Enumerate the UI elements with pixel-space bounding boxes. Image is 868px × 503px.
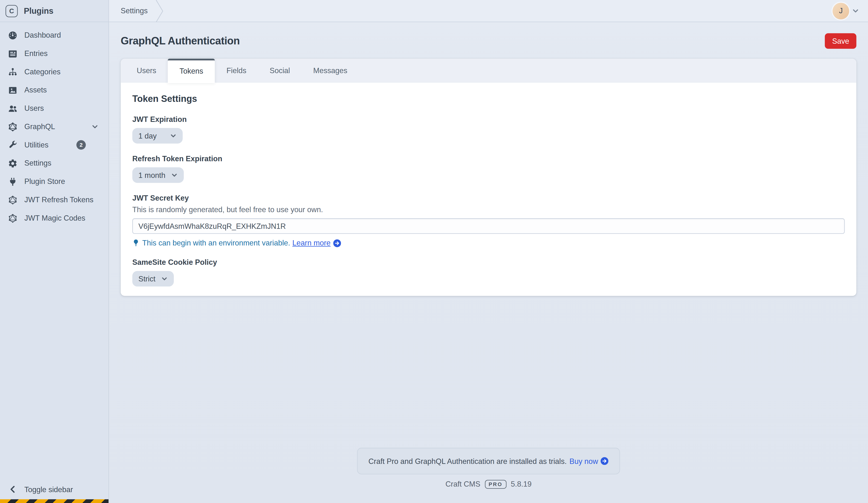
chevron-down-icon xyxy=(170,132,177,139)
footer-product[interactable]: Craft CMS xyxy=(445,480,480,488)
footer-version: 5.8.19 xyxy=(511,480,532,488)
account-menu[interactable]: J xyxy=(833,2,868,19)
field-jwt-expiration: JWT Expiration 1 day xyxy=(132,115,845,144)
save-button[interactable]: Save xyxy=(825,33,856,49)
samesite-value: Strict xyxy=(138,275,155,283)
field-label: Refresh Token Expiration xyxy=(132,155,845,163)
toggle-sidebar-button[interactable]: Toggle sidebar xyxy=(0,479,108,499)
field-samesite-cookie-policy: SameSite Cookie Policy Strict xyxy=(132,258,845,286)
sidebar-item-jwt-magic-codes[interactable]: JWT Magic Codes xyxy=(0,209,108,227)
trial-caution-stripe xyxy=(0,499,108,503)
field-jwt-secret-key: JWT Secret Key This is randomly generate… xyxy=(132,194,845,247)
field-instructions: This is randomly generated, but feel fre… xyxy=(132,205,845,214)
tip-text: This can begin with an environment varia… xyxy=(142,239,290,247)
settings-panel: Users Tokens Fields Social Messages Toke… xyxy=(121,59,856,296)
sidebar-item-plugin-store[interactable]: Plugin Store xyxy=(0,172,108,191)
sidebar-item-label: Dashboard xyxy=(24,31,61,39)
sitemap-icon xyxy=(8,67,18,77)
wrench-icon xyxy=(8,140,18,150)
sidebar-item-label: Categories xyxy=(24,68,61,76)
learn-more-link[interactable]: Learn more xyxy=(292,239,331,247)
sidebar-item-label: GraphQL xyxy=(24,122,55,131)
sidebar-item-label: Entries xyxy=(24,49,48,58)
arrow-right-circle-icon[interactable] xyxy=(333,239,341,247)
sidebar-item-label: Users xyxy=(24,104,44,112)
tab-fields[interactable]: Fields xyxy=(215,59,258,82)
app-footer: Craft CMS PRO 5.8.19 xyxy=(109,480,868,489)
avatar[interactable]: J xyxy=(833,2,849,19)
breadcrumb-settings[interactable]: Settings xyxy=(109,7,147,15)
buy-now-link[interactable]: Buy now xyxy=(569,457,598,465)
sidebar-item-label: Plugin Store xyxy=(24,178,65,185)
sidebar-nav: Dashboard Entries Categories Assets xyxy=(0,22,108,227)
trial-notice: Craft Pro and GraphQL Authentication are… xyxy=(357,448,620,474)
tab-social[interactable]: Social xyxy=(258,59,302,82)
sidebar-item-label: JWT Magic Codes xyxy=(24,214,85,222)
page-title: GraphQL Authentication xyxy=(121,35,240,47)
sidebar-header: C Plugins xyxy=(0,0,108,22)
field-label: JWT Secret Key xyxy=(132,194,845,202)
plugin-logo[interactable]: C xyxy=(6,5,18,17)
plugin-logo-letter: C xyxy=(9,7,14,15)
plug-icon xyxy=(8,177,18,186)
edition-badge: PRO xyxy=(485,480,506,489)
avatar-initial: J xyxy=(839,7,843,15)
chevron-down-icon xyxy=(171,172,178,179)
sidebar-item-label: Utilities xyxy=(24,141,49,149)
sidebar-item-utilities[interactable]: Utilities 2 xyxy=(0,135,108,154)
sidebar: C Plugins Dashboard Entries Ca xyxy=(0,0,109,503)
sidebar-item-users[interactable]: Users xyxy=(0,99,108,118)
tab-tokens[interactable]: Tokens xyxy=(168,59,215,83)
samesite-select[interactable]: Strict xyxy=(132,271,174,286)
craft-admin-window: C Plugins Dashboard Entries Ca xyxy=(0,0,868,503)
refresh-token-expiration-select[interactable]: 1 month xyxy=(132,167,184,183)
field-refresh-token-expiration: Refresh Token Expiration 1 month xyxy=(132,155,845,183)
graphql-icon xyxy=(8,213,18,223)
jwt-secret-key-input[interactable] xyxy=(132,219,845,234)
sidebar-item-label: JWT Refresh Tokens xyxy=(24,195,94,204)
main-area: Settings J GraphQL Authentication Save xyxy=(109,0,868,503)
image-icon xyxy=(8,85,18,95)
sidebar-item-label: Settings xyxy=(24,159,51,167)
trial-notice-text: Craft Pro and GraphQL Authentication are… xyxy=(369,457,567,465)
sidebar-item-settings[interactable]: Settings xyxy=(0,154,108,172)
content-header: GraphQL Authentication Save xyxy=(121,22,856,50)
gauge-icon xyxy=(8,30,18,40)
sidebar-item-dashboard[interactable]: Dashboard xyxy=(0,26,108,44)
env-variable-tip: This can begin with an environment varia… xyxy=(132,239,845,247)
sidebar-item-graphql[interactable]: GraphQL xyxy=(0,118,108,136)
newspaper-icon xyxy=(8,49,18,58)
jwt-expiration-value: 1 day xyxy=(138,132,157,140)
refresh-token-expiration-value: 1 month xyxy=(138,171,165,179)
tab-messages[interactable]: Messages xyxy=(302,59,359,82)
toggle-sidebar-label: Toggle sidebar xyxy=(24,485,73,493)
chevron-left-icon xyxy=(8,484,18,494)
tab-bar: Users Tokens Fields Social Messages xyxy=(121,59,856,82)
section-title: Token Settings xyxy=(132,94,845,104)
field-label: SameSite Cookie Policy xyxy=(132,258,845,266)
sidebar-item-categories[interactable]: Categories xyxy=(0,62,108,81)
breadcrumb-separator xyxy=(155,0,163,22)
gear-icon xyxy=(8,158,18,168)
sidebar-item-jwt-refresh-tokens[interactable]: JWT Refresh Tokens xyxy=(0,191,108,209)
jwt-expiration-select[interactable]: 1 day xyxy=(132,128,183,143)
sidebar-title: Plugins xyxy=(24,6,53,16)
sidebar-item-assets[interactable]: Assets xyxy=(0,81,108,99)
sidebar-item-entries[interactable]: Entries xyxy=(0,44,108,63)
content: GraphQL Authentication Save Users Tokens… xyxy=(109,22,868,296)
lightbulb-icon xyxy=(132,239,140,247)
chevron-down-icon[interactable] xyxy=(91,123,99,130)
topbar: Settings J xyxy=(109,0,868,22)
utilities-badge: 2 xyxy=(76,140,86,150)
arrow-right-circle-icon[interactable] xyxy=(601,457,609,465)
chevron-down-icon xyxy=(161,275,168,282)
tab-panel-tokens: Token Settings JWT Expiration 1 day Refr… xyxy=(121,82,856,296)
sidebar-item-label: Assets xyxy=(24,86,47,94)
users-icon xyxy=(8,103,18,113)
graphql-icon xyxy=(8,195,18,205)
field-label: JWT Expiration xyxy=(132,115,845,123)
tab-users[interactable]: Users xyxy=(125,59,168,82)
graphql-icon xyxy=(8,122,18,132)
chevron-down-icon xyxy=(852,7,859,14)
